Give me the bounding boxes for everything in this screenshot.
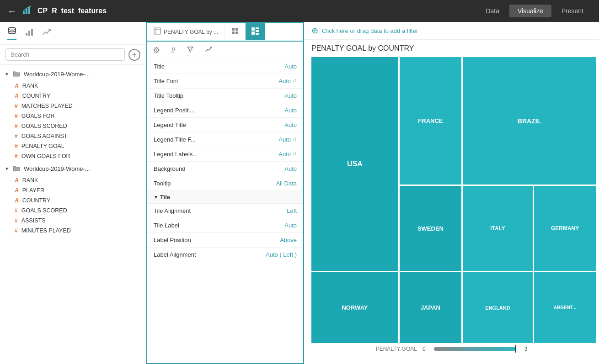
list-item: A PLAYER xyxy=(0,185,146,195)
svg-rect-0 xyxy=(23,11,25,14)
refresh-icon-1[interactable]: ↺ xyxy=(293,78,297,84)
filter-plus-icon: ⊕ xyxy=(311,26,318,36)
bar-chart-icon[interactable] xyxy=(25,27,34,39)
prop-legend-position-label: Legend Positi... xyxy=(154,107,195,114)
item-label: PLAYER xyxy=(22,187,44,194)
hash-tab-icon[interactable]: # xyxy=(169,45,177,56)
prop-tooltip: Tooltip All Data xyxy=(147,176,303,191)
prop-title-font-value[interactable]: Auto ↺ xyxy=(278,78,297,84)
item-label: GOALS SCORED xyxy=(21,207,67,214)
chart-tab-1[interactable] xyxy=(225,23,246,41)
type-hash-icon: # xyxy=(15,123,18,129)
chart-legend: PENALTY GOAL 0 3 xyxy=(311,343,592,355)
gear-tab-icon[interactable]: ⚙ xyxy=(151,44,162,56)
legend-slider[interactable] xyxy=(434,347,516,351)
chart-tab-0[interactable]: PENALTY GOAL by ... xyxy=(147,23,225,41)
svg-rect-7 xyxy=(154,28,160,34)
list-item: # GOALS FOR xyxy=(0,111,146,121)
prop-legend-position-value[interactable]: Auto xyxy=(284,107,297,114)
chart-title: PENALTY GOAL by COUNTRY xyxy=(311,44,592,53)
item-label: MATCHES PLAYED xyxy=(21,103,73,109)
item-label: GOALS FOR xyxy=(21,113,55,119)
center-panel: PENALTY GOAL by ... xyxy=(146,22,304,364)
prop-tooltip-value[interactable]: All Data xyxy=(276,180,297,187)
prop-tile-label-value[interactable]: Auto xyxy=(284,222,297,229)
prop-background-value[interactable]: Auto xyxy=(284,165,297,172)
list-item: # GOALS AGAINST xyxy=(0,131,146,141)
tree-group-header-1[interactable]: ▼ Worldcup-2019-Wome-... xyxy=(0,68,146,81)
list-item: A COUNTRY xyxy=(0,195,146,206)
svg-point-3 xyxy=(8,27,16,30)
prop-label-alignment-value[interactable]: Auto ( Left ) xyxy=(266,251,297,258)
type-hash-icon: # xyxy=(15,143,18,149)
prop-background: Background Auto xyxy=(147,162,303,176)
svg-rect-5 xyxy=(28,31,30,36)
viz-icon-active xyxy=(251,27,259,37)
tile-chevron-icon: ▼ xyxy=(154,195,158,200)
svg-rect-18 xyxy=(256,33,259,35)
prop-tile-alignment-value[interactable]: Left xyxy=(287,207,297,214)
prop-legend-title-font: Legend Title F... Auto ↺ xyxy=(147,132,303,147)
filter-tab-icon[interactable] xyxy=(185,45,196,56)
svg-rect-12 xyxy=(232,32,235,34)
search-row: + xyxy=(0,45,146,65)
tile-section-header[interactable]: ▼ Tile xyxy=(147,191,303,204)
prop-label-position-value[interactable]: Above xyxy=(280,237,297,243)
item-label: COUNTRY xyxy=(22,93,51,99)
trend-icon[interactable] xyxy=(42,27,51,39)
tree-group-1: ▼ Worldcup-2019-Wome-... A RANK A COUNTR… xyxy=(0,68,146,161)
prop-title-tooltip-value[interactable]: Auto xyxy=(284,92,297,99)
type-hash-icon: # xyxy=(15,133,18,139)
topbar-nav: Data Visualize Present xyxy=(477,5,592,17)
trend-tab-icon[interactable] xyxy=(203,45,214,56)
database-icon[interactable] xyxy=(7,26,16,40)
svg-rect-4 xyxy=(26,33,27,36)
legend-max: 3 xyxy=(524,346,528,352)
topbar: ← CP_R_test_features Data Visualize Pres… xyxy=(0,0,599,22)
prop-legend-title-value[interactable]: Auto xyxy=(284,121,297,128)
properties-list: Title Auto Title Font Auto ↺ Title Toolt… xyxy=(147,59,303,363)
prop-legend-title-font-value[interactable]: Auto ↺ xyxy=(278,136,297,143)
svg-rect-17 xyxy=(251,32,255,35)
prop-tile-label: Tile Label Auto xyxy=(147,218,303,233)
group-1-label: Worldcup-2019-Wome-... xyxy=(24,71,90,78)
svg-rect-6 xyxy=(31,29,33,36)
prop-title-font: Title Font Auto ↺ xyxy=(147,74,303,89)
item-label: MINUTES PLAYED xyxy=(21,227,71,234)
nav-present-button[interactable]: Present xyxy=(553,5,592,17)
nav-data-button[interactable]: Data xyxy=(477,5,508,17)
add-button[interactable]: + xyxy=(128,49,140,61)
tab-icons-row: ⚙ # xyxy=(147,42,303,59)
tree-group-header-2[interactable]: ▼ Worldcup-2019-Wome-... xyxy=(0,162,146,175)
list-item: # MATCHES PLAYED xyxy=(0,101,146,111)
svg-rect-10 xyxy=(232,28,235,31)
prop-legend-title-font-label: Legend Title F... xyxy=(154,136,196,143)
chevron-down-icon-1: ▼ xyxy=(5,72,9,77)
search-input[interactable] xyxy=(5,48,125,61)
nav-visualize-button[interactable]: Visualize xyxy=(509,5,551,17)
chart-container: PENALTY GOAL by COUNTRY USA FRANCE BRAZI… xyxy=(304,40,599,364)
prop-title-font-label: Title Font xyxy=(154,78,178,84)
group-2-label: Worldcup-2019-Wome-... xyxy=(24,165,90,172)
tree-section: ▼ Worldcup-2019-Wome-... A RANK A COUNTR… xyxy=(0,65,146,364)
list-item: # MINUTES PLAYED xyxy=(0,226,146,236)
prop-title-tooltip: Title Tooltip Auto xyxy=(147,89,303,103)
filter-bar[interactable]: ⊕ Click here or drag data to add a filte… xyxy=(304,22,599,40)
prop-legend-labels-value[interactable]: Auto ↺ xyxy=(278,151,297,158)
refresh-icon-5[interactable]: ↺ xyxy=(293,137,297,142)
refresh-icon-6[interactable]: ↺ xyxy=(293,151,297,157)
list-item: # OWN GOALS FOR xyxy=(0,151,146,161)
prop-title-value[interactable]: Auto xyxy=(284,63,297,70)
chart-tab-0-label: PENALTY GOAL by ... xyxy=(164,29,218,35)
type-hash-icon: # xyxy=(15,113,18,119)
type-hash-icon: # xyxy=(15,103,18,109)
back-button[interactable]: ← xyxy=(7,6,16,16)
item-label: PENALTY GOAL xyxy=(21,143,64,149)
item-label: GOALS SCORED xyxy=(21,123,67,129)
item-label: GOALS AGAINST xyxy=(21,133,68,139)
chart-tab-2[interactable] xyxy=(246,23,265,40)
legend-label: PENALTY GOAL xyxy=(376,346,417,352)
prop-tooltip-label: Tooltip xyxy=(154,180,171,187)
list-item: # PENALTY GOAL xyxy=(0,141,146,151)
prop-legend-position: Legend Positi... Auto xyxy=(147,103,303,118)
